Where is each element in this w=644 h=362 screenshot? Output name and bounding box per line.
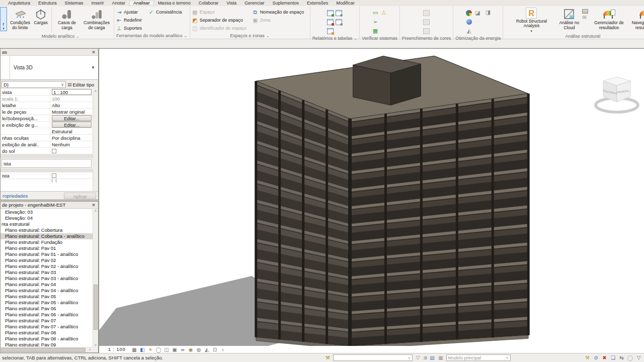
browser-item[interactable]: Plano estrutural: Pav 07 - analítico [1,324,93,330]
browser-item[interactable]: Plano estrutural: Pav 08 [1,330,93,336]
ribbon-tab[interactable]: Analisar [129,0,154,6]
reset-button[interactable]: ⇤Redefinir [116,17,147,24]
close-icon[interactable]: ✕ [91,50,97,55]
check-pipe-icon[interactable]: ➢ [372,19,378,25]
load-combinations-button[interactable]: Combinações de carga [81,7,112,33]
viewcube[interactable]: ESQUERDA FRONTAL [593,74,641,117]
browser-item[interactable]: Plano estrutural: Pav 03 [1,269,93,276]
edit-button[interactable]: Editar... [52,122,92,128]
design-options-combo[interactable]: ∨ [333,354,413,361]
ribbon-tab[interactable]: Extensões [303,0,332,6]
browser-item[interactable]: Plano estrutural: Pav 01 [1,245,93,251]
check-circuits-icon[interactable]: ▦ [372,28,378,34]
status-icon[interactable]: ❏ [610,354,616,361]
worker-icon[interactable]: ⚒ [325,354,331,361]
browser-item[interactable]: nta estrutural [1,221,93,227]
browser-item[interactable]: Plano estrutural: Pav 02 - analítico [1,263,93,269]
view-scale[interactable]: 1 : 100 [108,347,126,352]
drawing-area[interactable]: ESQUERDA FRONTAL 1 : 100 ▦◧☀◯◫▣∞◉◍◭⊡‹ [99,48,644,353]
ribbon-tab[interactable]: Massa e terreno [154,0,195,6]
ribbon-tab[interactable]: Inserir [88,0,108,6]
design-options-icon[interactable]: ▦ [438,354,444,361]
scroll-down-icon[interactable]: ˅ [93,343,98,347]
note-block-icon[interactable] [327,28,334,34]
ribbon-tab[interactable]: Anotar [108,0,130,6]
browser-item[interactable]: Plano estrutural: Pav 05 - analítico [1,300,93,306]
ribbon-tab[interactable]: Suplementos [269,0,303,6]
warning-icon[interactable]: ⚠ [380,10,387,16]
viewbar-icon[interactable]: ∞ [180,346,186,353]
panel-schedule-icon[interactable] [336,10,342,16]
apply-button[interactable]: Aplicar [64,193,96,199]
results-manager-button[interactable]: Gerenciador de resultados [593,7,624,33]
loads-button[interactable]: Cargas [32,7,49,33]
color-fill-legend-icon[interactable] [423,28,430,34]
browser-item[interactable]: Plano estrutural: Fundação [1,239,93,245]
viewbar-icon[interactable]: ☀ [147,346,154,353]
browser-item[interactable]: Plano estrutural: Pav 03 - analítico [1,276,93,282]
viewbar-icon[interactable]: ◫ [164,346,170,353]
browser-item[interactable]: Plano estrutural: Cobertura [1,227,93,233]
viewbar-icon[interactable]: ▦ [131,346,138,353]
ribbon-tab[interactable]: Estrutura [34,0,61,6]
results-explorer-button[interactable]: Navegador de resultados [629,7,644,33]
check-duct-icon[interactable]: ▭ [372,10,378,16]
location-icon[interactable] [466,10,472,16]
results-picture-icon[interactable] [582,9,588,14]
space-naming-button[interactable]: ⧉Nomeação de espaço [252,9,308,16]
zone-button[interactable]: ▣Zona [252,17,308,24]
boundary-conditions-button[interactable]: Condições do limite [9,7,31,33]
browser-item[interactable]: Plano estrutural: Pav 09 [1,342,93,347]
worksets-dialog-icon[interactable]: ▤ [429,354,436,361]
design-option-combo[interactable]: Modelo principal ∨ [446,354,511,361]
ribbon-tab[interactable]: Sistemas [61,0,88,6]
browser-horizontal-scrollbar[interactable]: › [1,347,93,352]
browser-item[interactable]: Elevação: 03 [1,209,93,215]
create-energy-model-icon[interactable] [466,19,472,25]
type-selector[interactable]: Vista 3D ▼ [1,56,98,80]
energy-model-icon[interactable]: ◨ [485,9,491,16]
browser-item[interactable]: Plano estrutural: Pav 04 [1,282,93,288]
ribbon-tab[interactable]: Vista [222,0,240,6]
status-icon[interactable]: ◯ [627,354,633,361]
value-field[interactable]: 1 : 100 [52,89,92,95]
viewbar-icon[interactable]: ◍ [196,346,202,353]
browser-vertical-scrollbar[interactable]: ˄ ˅ [93,209,98,347]
cloud-analysis-button[interactable]: Análise no Cloud [557,7,581,33]
browser-item[interactable]: Plano estrutural: Pav 01 - analítico [1,251,93,257]
browser-item[interactable]: Elevação: 04 [1,215,93,221]
type-combo[interactable]: D) ∨ [2,81,66,88]
scrollbar-thumb[interactable] [1,348,86,352]
scroll-right-icon[interactable]: › [87,347,93,352]
scrollbar-thumb[interactable] [94,285,98,330]
viewbar-icon[interactable]: ▣ [172,346,178,353]
ribbon-tab[interactable]: Gerenciar [240,0,269,6]
status-icon[interactable]: ⇆ [618,354,625,361]
notification-envelope-icon[interactable]: ✉ [582,15,588,20]
pipe-legend-icon[interactable] [423,19,430,25]
viewbar-icon[interactable]: ◯ [155,346,162,353]
viewbar-icon[interactable]: ⊡ [212,346,218,353]
project-browser-header[interactable]: de projeto - engenhaBIM-EST ✕ [1,202,98,209]
editable-only-icon[interactable]: ▽ [415,354,421,361]
browser-item[interactable]: Plano estrutural: Pav 08 - analítico [1,336,93,342]
supports-button[interactable]: ⊥Suportes [116,25,147,32]
viewbar-icon[interactable]: ◉ [188,346,194,353]
adjust-button[interactable]: ⇥Ajustar [116,9,147,16]
ribbon-tab[interactable]: Modificar [332,0,359,6]
checkbox[interactable] [52,173,56,178]
browser-item[interactable]: Plano estrutural: Pav 07 [1,318,93,324]
consistency-button[interactable]: ✓Consistência [148,9,185,16]
optimize-icon[interactable]: ◭ [466,28,472,34]
viewbar-icon[interactable]: ◭ [204,346,210,353]
status-icon[interactable]: ✖ [601,354,608,361]
space-separator-button[interactable]: ◩Separador de espaço [192,17,251,24]
properties-scrollbar[interactable]: ˄ [93,89,98,191]
status-icon[interactable]: ▽ [635,354,642,361]
space-button[interactable]: ▦Espaço [192,9,251,16]
modify-partial-button[interactable]: r ▾ [0,7,7,31]
material-takeoff-icon[interactable] [327,19,334,25]
robot-structural-analysis-button[interactable]: R Robot Structural Analysis ▾ [510,7,552,33]
browser-item[interactable]: Plano estrutural: Pav 05 [1,294,93,300]
space-tag-button[interactable]: ◫Identificador de espaço [192,25,251,32]
